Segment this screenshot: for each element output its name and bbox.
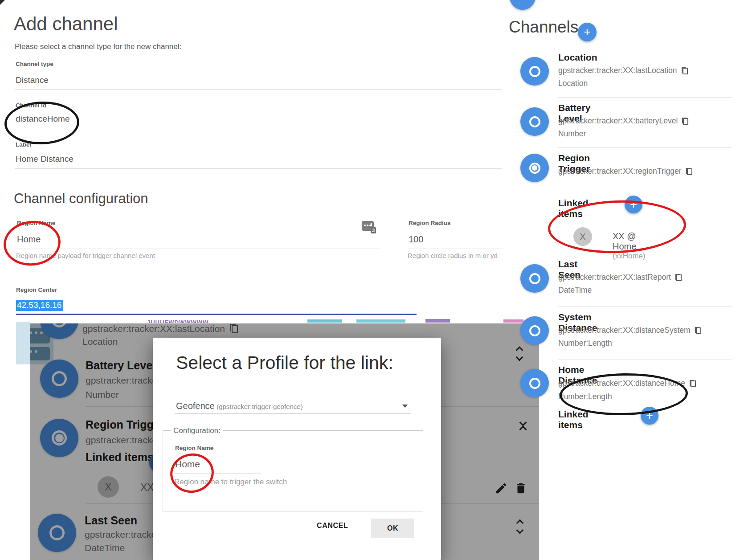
page-title: Add channel [14,13,118,35]
profile-select-underline [175,413,411,414]
region-center-input[interactable]: 42.53,16.16 [16,300,63,311]
radio-icon [529,273,540,284]
region-radius-hint: Region circle radius in m or yd [408,252,498,259]
radio-icon [529,116,540,127]
channel-id-input[interactable]: distanceHome [16,114,69,124]
background-artifact-teal2 [356,319,405,323]
corner-artifact [0,0,5,5]
channel-avatar-location [520,57,549,86]
region-name-underline [16,249,380,249]
autofill-badge: 3 [371,227,376,233]
channel-id-row: gpstracker:tracker:XX:batteryLevel [558,116,688,126]
channel-avatar-battery [520,107,549,136]
channel-id-row: gpstracker:tracker:XX:distanceHome [558,379,696,388]
list-divider [558,147,732,148]
channel-title: Location [558,52,597,63]
channel-type-label: Channel type [16,61,53,67]
list-divider [558,307,732,307]
dialog-region-name-underline [174,474,261,474]
region-center-label: Region Center [16,286,57,293]
channel-id-row: gpstracker:tracker:XX:lastReport [558,273,682,282]
region-radius-input[interactable]: 100 [409,234,423,245]
channel-id-text: gpstracker:tracker:XX:distanceHome [558,379,685,388]
profile-select-value: Geofence [176,401,215,411]
region-name-label: Region Name [17,220,55,226]
channel-id-row: gpstracker:tracker:XX:regionTrigger [558,167,692,176]
add-link-button[interactable]: + [641,407,658,425]
channel-id-text: gpstracker:tracker:XX:distanceSystem [558,326,691,335]
channel-id-row: gpstracker:tracker:XX:distanceSystem [558,326,701,335]
radio-icon [529,378,540,389]
autofill-dots-icon [364,225,366,226]
add-channel-button[interactable]: + [578,23,597,41]
copy-icon[interactable] [690,380,696,387]
screen: Add channel Please select a channel type… [0,0,744,560]
copy-icon[interactable] [686,168,692,175]
list-divider [558,360,732,360]
channel-type: Location [558,79,588,88]
list-divider [558,255,732,255]
dialog-title: Select a Profile for the link: [176,352,393,373]
linked-item-avatar: X [573,227,592,246]
channel-id-underline [15,128,502,128]
channel-avatar-last-seen [520,264,549,293]
copy-icon[interactable] [675,274,682,281]
radio-icon [529,66,540,77]
radio-checked-icon [529,163,540,174]
channel-type: Number [558,129,586,139]
copy-icon[interactable] [682,67,688,74]
copy-icon[interactable] [695,327,701,334]
label-field-input[interactable]: Home Distance [16,154,74,164]
copy-icon[interactable] [682,118,688,125]
profile-dialog: Select a Profile for the link: Geofence … [153,338,441,560]
region-radius-underline [408,249,503,249]
background-map-card [16,322,30,364]
region-name-input[interactable]: Home [17,234,41,245]
configuration-legend: Configuration: [171,426,223,435]
channel-type: Number:Length [558,392,612,401]
profile-select[interactable]: Geofence (gpstracker:trigger-geofence) [176,401,303,411]
dialog-region-name-hint: Region name to trigger the switch [174,478,287,486]
label-field-underline [15,168,502,169]
channel-type-input[interactable]: Distance [16,75,49,85]
ok-button[interactable]: OK [371,519,414,538]
channel-type-underline [15,89,502,90]
background-artifact-purple [425,319,450,323]
region-name-hint: Region name payload for trigger channel … [16,252,155,259]
cancel-button[interactable]: CANCEL [314,521,351,530]
channel-id-row: gpstracker:tracker:XX:lastLocation [558,66,688,75]
page-subtitle: Please select a channel type for the new… [15,42,181,51]
add-link-button[interactable]: + [625,196,642,213]
chevron-down-icon [402,405,408,408]
label-field-label: Label [16,141,31,148]
region-radius-label: Region Radius [409,220,451,226]
linked-item-row[interactable]: XX @ Home (xxHome) [613,231,646,261]
channel-id-text: gpstracker:tracker:XX:lastReport [558,273,671,282]
channel-id-text: gpstracker:tracker:XX:lastLocation [558,66,677,75]
autofill-bar-icon [371,223,372,226]
region-center-focus-underline [16,314,417,315]
channel-id-text: gpstracker:tracker:XX:batteryLevel [558,116,678,126]
linked-item-detail: (xxHome) [613,252,646,260]
linked-items-label: Linked items [558,409,589,430]
scrolled-fab-artifact [510,0,536,10]
background-artifact-teal [307,319,342,323]
channel-type: DateTime [558,286,592,295]
channel-avatar-system-distance [520,316,549,345]
configuration-fieldset [163,430,423,511]
radio-icon [529,325,540,336]
background-artifact-strip: JUUUFWDWWWWW [147,319,254,323]
channel-type: Number:Length [558,339,612,348]
channels-heading: Channels [509,18,578,37]
region-center-selected-text: 42.53,16.16 [16,300,63,311]
channel-id-label: Channel Id [16,102,46,109]
profile-select-detail: (gpstracker:trigger-geofence) [217,403,303,410]
background-artifact-pink [503,319,523,323]
channel-avatar-region-trigger [520,154,549,182]
dialog-region-name-input[interactable]: Home [175,459,200,470]
list-divider [558,97,732,98]
config-heading: Channel configuration [14,191,148,207]
autofill-extension-icon[interactable]: 3 [362,221,374,231]
channel-id-text: gpstracker:tracker:XX:regionTrigger [558,167,682,176]
channel-avatar-home-distance [520,369,549,397]
